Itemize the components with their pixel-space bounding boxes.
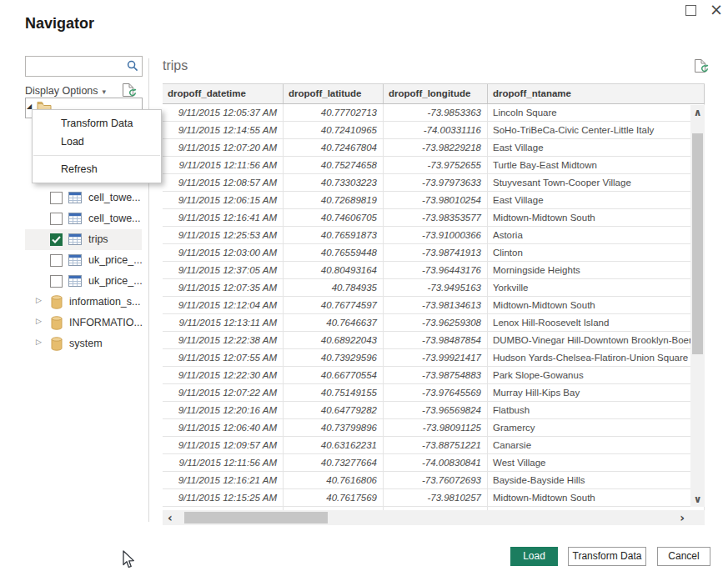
cell-dropoff-datetime: 9/11/2015 12:22:30 AM	[163, 367, 284, 383]
database-icon	[51, 316, 63, 333]
cell-dropoff-longitude: -73.98010254	[384, 192, 488, 208]
table-row: 9/11/2015 12:12:04 AM40.76774597-73.9813…	[163, 297, 705, 314]
cell-dropoff-ntaname: Morningside Heights	[488, 262, 705, 278]
cell-dropoff-datetime: 9/11/2015 12:15:25 AM	[163, 489, 284, 506]
tree-item-trips[interactable]: trips	[25, 229, 142, 250]
cell-dropoff-datetime: 9/11/2015 12:16:21 AM	[163, 472, 284, 488]
menu-item-transform-data[interactable]: Transform Data	[33, 114, 161, 133]
cell-dropoff-longitude: -73.98229218	[384, 139, 488, 156]
cell-dropoff-latitude: 40.66770554	[284, 367, 384, 383]
table-row: 9/11/2015 12:22:30 AM40.66770554-73.9875…	[163, 367, 705, 384]
tree-item-label: information_s...	[69, 296, 140, 308]
cell-dropoff-ntaname: Turtle Bay-East Midtown	[488, 157, 705, 173]
cell-dropoff-latitude: 40.7617569	[284, 489, 384, 506]
horizontal-scroll-thumb[interactable]	[184, 512, 328, 523]
expand-arrow-icon[interactable]: ▷	[36, 296, 42, 304]
vertical-scroll-thumb[interactable]	[692, 133, 703, 354]
context-menu: Transform DataLoadRefresh	[32, 109, 162, 183]
menu-item-load[interactable]: Load	[33, 133, 161, 151]
cell-dropoff-latitude: 40.73303223	[284, 174, 384, 191]
cell-dropoff-latitude: 40.63162231	[284, 437, 384, 453]
refresh-list-icon[interactable]	[122, 83, 135, 98]
cell-dropoff-datetime: 9/11/2015 12:07:20 AM	[163, 139, 284, 156]
scroll-left-icon[interactable]: ‹	[168, 510, 173, 525]
table-row: 9/11/2015 12:20:16 AM40.64779282-73.9656…	[163, 402, 705, 419]
search-icon	[127, 60, 138, 75]
cell-dropoff-ntaname: Midtown-Midtown South	[488, 297, 705, 313]
tree-item-cell-towe[interactable]: cell_towe...	[25, 188, 142, 208]
cell-dropoff-longitude: -73.91000366	[384, 227, 488, 243]
checkbox[interactable]	[50, 275, 63, 288]
load-button[interactable]: Load	[510, 547, 558, 566]
cell-dropoff-longitude: -73.96259308	[384, 314, 488, 331]
cell-dropoff-latitude: 40.75149155	[284, 384, 384, 401]
table-row: 9/11/2015 12:07:55 AM40.73929596-73.9992…	[163, 349, 705, 367]
tree-item-information-s[interactable]: ▷information_s...	[25, 292, 142, 313]
column-header-dropoff-longitude[interactable]: dropoff_longitude	[384, 84, 488, 103]
cell-dropoff-datetime: 9/11/2015 12:25:53 AM	[163, 227, 284, 243]
checkbox[interactable]	[50, 213, 63, 225]
refresh-preview-icon[interactable]	[694, 58, 707, 74]
expand-arrow-icon[interactable]: ▷	[36, 338, 42, 346]
menu-item-refresh[interactable]: Refresh	[33, 160, 161, 178]
table-row: 9/11/2015 12:16:41 AM40.74606705-73.9835…	[163, 209, 705, 227]
table-row: 9/11/2015 12:11:56 AM40.73277664-74.0083…	[163, 454, 705, 472]
expand-arrow-icon[interactable]: ▷	[36, 317, 42, 325]
cancel-button[interactable]: Cancel	[657, 547, 710, 566]
column-header-dropoff-ntaname[interactable]: dropoff_ntaname	[488, 84, 705, 103]
tree-item-informatio[interactable]: ▷INFORMATIO...	[25, 313, 142, 333]
cell-dropoff-ntaname: Gramercy	[488, 419, 705, 436]
cell-dropoff-ntaname: Park Slope-Gowanus	[488, 367, 705, 383]
scroll-up-icon[interactable]: ∧	[690, 107, 705, 118]
close-icon[interactable]: ×	[710, 0, 723, 18]
cell-dropoff-latitude: 40.7616806	[284, 472, 384, 488]
display-options-button[interactable]: Display Options	[25, 85, 98, 97]
table-row: 9/11/2015 12:25:53 AM40.76591873-73.9100…	[163, 227, 705, 244]
cell-dropoff-datetime: 9/11/2015 12:12:04 AM	[163, 297, 284, 313]
cell-dropoff-longitude: -74.00331116	[384, 122, 488, 138]
table-row: 9/11/2015 12:15:25 AM40.7617569-73.98102…	[163, 489, 705, 507]
tree-item-label: cell_towe...	[88, 213, 141, 224]
cell-dropoff-longitude: -73.9495163	[384, 279, 488, 296]
column-header-dropoff-datetime[interactable]: dropoff_datetime	[163, 84, 284, 103]
cell-dropoff-datetime: 9/11/2015 12:05:37 AM	[163, 104, 284, 121]
maximize-button[interactable]	[685, 5, 696, 16]
cell-dropoff-ntaname: Canarsie	[488, 437, 705, 453]
navigation-tree: cell_towe...cell_towe...cell_towe...trip…	[25, 167, 142, 358]
tree-item-label: uk_price_...	[88, 275, 143, 287]
table-row: 9/11/2015 12:07:35 AM40.784935-73.949516…	[163, 279, 705, 297]
cell-dropoff-latitude: 40.784935	[284, 279, 384, 296]
cell-dropoff-ntaname: Stuyvesant Town-Cooper Village	[488, 174, 705, 191]
cell-dropoff-datetime: 9/11/2015 12:14:55 AM	[163, 122, 284, 138]
vertical-scrollbar[interactable]: ∧ ∨	[690, 105, 705, 507]
chevron-down-icon[interactable]: ▾	[103, 88, 107, 96]
tree-item-system[interactable]: ▷system	[25, 333, 142, 354]
tree-item-uk-price[interactable]: uk_price_...	[25, 250, 142, 271]
cell-dropoff-longitude: -73.9752655	[384, 157, 488, 173]
column-header-dropoff-latitude[interactable]: dropoff_latitude	[284, 84, 384, 103]
table-row: 9/11/2015 12:05:37 AM40.77702713-73.9853…	[163, 104, 705, 122]
cell-dropoff-longitude: -73.97645569	[384, 384, 488, 401]
cell-dropoff-longitude: -73.98091125	[384, 419, 488, 436]
checkbox[interactable]	[50, 192, 63, 204]
cell-dropoff-latitude: 40.74606705	[284, 209, 384, 226]
horizontal-scrollbar[interactable]: ‹ ›	[163, 510, 705, 525]
table-row: 9/11/2015 12:11:56 AM40.75274658-73.9752…	[163, 157, 705, 174]
cell-dropoff-datetime: 9/11/2015 12:22:38 AM	[163, 332, 284, 348]
checkbox[interactable]	[50, 254, 63, 267]
checkbox[interactable]	[50, 233, 63, 246]
scroll-right-icon[interactable]: ›	[680, 510, 685, 525]
cell-dropoff-latitude: 40.75274658	[284, 157, 384, 173]
scroll-down-icon[interactable]: ∨	[690, 493, 705, 505]
menu-separator	[33, 155, 160, 156]
tree-item-cell-towe[interactable]: cell_towe...	[25, 208, 142, 229]
table-header-row: dropoff_datetimedropoff_latitudedropoff_…	[163, 83, 705, 104]
cell-dropoff-longitude: -73.98134613	[384, 297, 488, 313]
cell-dropoff-ntaname: West Village	[488, 454, 705, 471]
transform-data-button[interactable]: Transform Data	[568, 547, 646, 566]
table-row: 9/11/2015 12:13:11 AM40.7646637-73.96259…	[163, 314, 705, 332]
cell-dropoff-longitude: -73.76072693	[384, 472, 488, 488]
tree-item-uk-price[interactable]: uk_price_...	[25, 271, 142, 292]
cell-dropoff-latitude: 40.76559448	[284, 244, 384, 261]
search-input[interactable]	[29, 58, 126, 74]
